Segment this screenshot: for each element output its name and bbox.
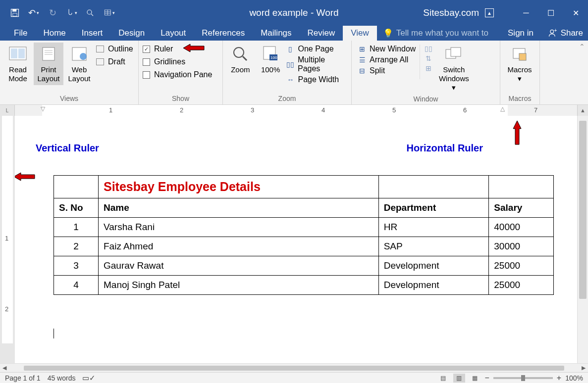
switch-windows-button[interactable]: Switch Windows ▾ <box>434 43 474 94</box>
table-icon[interactable]: ▾ <box>103 7 115 19</box>
read-mode-view-button[interactable]: ▤ <box>437 374 449 383</box>
page-canvas[interactable]: Vertical Ruler Horizontal Ruler Sitesbay… <box>15 116 577 363</box>
draft-button[interactable]: Draft <box>96 57 133 66</box>
redo-icon[interactable]: ↻ <box>47 7 58 19</box>
multiple-pages-button[interactable]: ▯▯Multiple Pages <box>286 55 348 73</box>
tab-home[interactable]: Home <box>35 26 73 41</box>
reset-window-button[interactable]: ⊞ <box>424 64 433 72</box>
page-width-label: Page Width <box>298 75 339 84</box>
web-layout-label: Web Layout <box>67 65 91 83</box>
tab-layout[interactable]: Layout <box>153 26 194 41</box>
macros-button[interactable]: Macros▾ <box>503 43 536 85</box>
sync-scroll-icon: ⇅ <box>424 54 433 62</box>
zoom-level[interactable]: 100% <box>565 374 583 382</box>
text-cursor <box>53 329 54 338</box>
tab-review[interactable]: Review <box>300 26 343 41</box>
zoom-out-button[interactable]: − <box>485 374 489 383</box>
group-zoom: Zoom 100 100% ▯One Page ▯▯Multiple Pages… <box>223 41 352 104</box>
reset-window-icon: ⊞ <box>424 64 433 72</box>
collapse-ribbon-icon[interactable]: ⌃ <box>579 43 585 50</box>
table-row: 1 Varsha Rani HR 40000 <box>54 218 554 237</box>
svg-marker-20 <box>183 44 204 52</box>
scroll-left-button[interactable]: ◀ <box>0 365 9 371</box>
new-window-button[interactable]: ⊞New Window <box>358 45 416 53</box>
read-mode-button[interactable]: Read Mode <box>3 43 33 85</box>
gridlines-checkbox[interactable]: Gridlines <box>143 57 212 66</box>
tell-me[interactable]: 💡Tell me what you want to <box>377 26 488 41</box>
vertical-ruler[interactable]: 1 2 <box>0 116 15 363</box>
tab-mailings[interactable]: Mailings <box>253 26 299 41</box>
indent-marker-right[interactable]: △ <box>500 105 505 112</box>
ribbon-display-icon[interactable]: ▲ <box>485 8 494 17</box>
scrollbar-thumb[interactable] <box>579 121 587 299</box>
one-page-button[interactable]: ▯One Page <box>286 45 348 53</box>
cell-dept: Development <box>378 276 489 295</box>
tab-view[interactable]: View <box>343 26 377 41</box>
read-mode-icon <box>8 45 27 63</box>
sync-scroll-button[interactable]: ⇅ <box>424 54 433 62</box>
svg-point-21 <box>234 48 244 57</box>
scrollbar-thumb[interactable] <box>24 366 564 371</box>
zoom-button[interactable]: Zoom <box>226 43 255 76</box>
cell-salary: 30000 <box>489 237 554 256</box>
view-side-by-side-button[interactable]: ▯▯ <box>424 45 433 52</box>
cell-dept: HR <box>378 218 489 237</box>
svg-rect-27 <box>451 48 461 56</box>
navpane-checkbox[interactable]: Navigation Pane <box>143 70 212 79</box>
sign-in-button[interactable]: Sign in <box>508 26 534 41</box>
indent-marker-left[interactable]: ▽ <box>41 105 45 112</box>
draft-icon <box>96 58 104 65</box>
save-icon[interactable] <box>9 7 21 19</box>
outline-label: Outline <box>108 45 133 53</box>
document-area: 1 2 Vertical Ruler Horizontal Ruler Site… <box>0 116 588 363</box>
page-indicator[interactable]: Page 1 of 1 <box>5 374 41 382</box>
split-button[interactable]: ⊟Split <box>358 66 416 75</box>
checkbox-icon <box>143 58 150 66</box>
ruler-mark: 5 <box>392 106 396 114</box>
share-button[interactable]: + Share <box>548 26 583 41</box>
page-width-button[interactable]: ↔Page Width <box>286 75 348 84</box>
horizontal-ruler[interactable]: ▽ 1 2 3 4 5 6 7 △ <box>15 105 577 116</box>
web-layout-button[interactable]: Web Layout <box>64 43 94 85</box>
scroll-up-button[interactable]: ▲ <box>577 105 588 116</box>
navpane-label: Navigation Pane <box>154 70 212 79</box>
zoom-100-button[interactable]: 100 100% <box>256 43 285 76</box>
zoom-in-button[interactable]: + <box>557 374 561 383</box>
svg-rect-14 <box>43 48 54 60</box>
group-views: Read Mode Print Layout Web Layout Outlin… <box>0 41 139 104</box>
touch-mode-icon[interactable]: ▾ <box>65 7 77 19</box>
group-views-label: Views <box>3 94 135 103</box>
svg-point-3 <box>87 10 92 14</box>
proofing-icon[interactable]: ▭✓ <box>82 374 96 383</box>
ruler-label: Ruler <box>154 45 173 53</box>
tab-references[interactable]: References <box>194 26 253 41</box>
close-button[interactable]: ✕ <box>563 0 588 26</box>
vertical-scrollbar[interactable] <box>577 116 588 363</box>
outline-button[interactable]: Outline <box>96 45 133 53</box>
scroll-right-button[interactable]: ▶ <box>579 365 588 371</box>
zoom-slider[interactable] <box>493 377 553 379</box>
cell-dept: Development <box>378 256 489 276</box>
web-layout-view-button[interactable]: ▦ <box>469 374 481 383</box>
horizontal-scrollbar[interactable]: ◀ ▶ <box>0 363 588 372</box>
svg-marker-30 <box>15 173 35 181</box>
print-preview-icon[interactable] <box>84 7 96 19</box>
cell-dept: SAP <box>378 237 489 256</box>
tab-insert[interactable]: Insert <box>74 26 111 41</box>
cell-salary: 40000 <box>489 218 554 237</box>
tab-selector[interactable]: L <box>0 105 15 116</box>
svg-line-4 <box>91 14 93 16</box>
print-layout-view-button[interactable]: ▥ <box>453 374 465 383</box>
ruler-mark: 7 <box>534 106 537 114</box>
zoom-slider-knob[interactable] <box>521 375 525 381</box>
minimize-button[interactable]: ─ <box>514 0 538 26</box>
arrange-all-button[interactable]: ☰Arrange All <box>358 55 416 64</box>
word-count[interactable]: 45 words <box>48 374 76 382</box>
maximize-button[interactable]: ☐ <box>538 0 563 26</box>
tab-file[interactable]: File <box>6 26 35 41</box>
undo-icon[interactable]: ↶▾ <box>28 7 40 19</box>
print-layout-button[interactable]: Print Layout <box>34 43 63 85</box>
tab-design[interactable]: Design <box>110 26 153 41</box>
title-bar: ↶▾ ↻ ▾ ▾ word example - Word Sitesbay.co… <box>0 0 588 26</box>
checkbox-checked-icon: ✓ <box>143 46 150 53</box>
